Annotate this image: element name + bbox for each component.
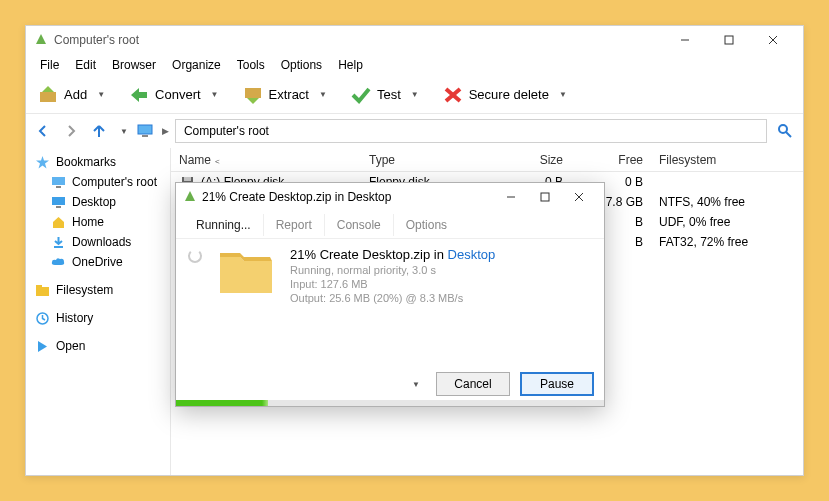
svg-rect-4 [40, 92, 56, 102]
computer-icon [134, 120, 156, 142]
menu-edit[interactable]: Edit [67, 56, 104, 74]
sidebar-desktop[interactable]: Desktop [28, 192, 168, 212]
svg-rect-8 [138, 125, 152, 134]
col-size[interactable]: Size [471, 153, 571, 167]
dialog-status: Running, normal priority, 3.0 s [290, 264, 592, 276]
cancel-button[interactable]: Cancel [436, 372, 510, 396]
dialog-input: Input: 127.6 MB [290, 278, 592, 290]
dialog-content: 21% Create Desktop.zip in Desktop Runnin… [176, 239, 604, 304]
sidebar-root[interactable]: Computer's root [28, 172, 168, 192]
sidebar-history[interactable]: History [28, 308, 168, 328]
svg-rect-15 [56, 206, 61, 208]
convert-label: Convert [155, 87, 201, 102]
close-button[interactable] [751, 26, 795, 54]
table-header: Name< Type Size Free Filesystem [171, 148, 803, 172]
clock-icon [34, 312, 50, 325]
cloud-icon [50, 257, 66, 267]
nav-forward-button[interactable] [60, 120, 82, 142]
home-icon [50, 216, 66, 229]
chevron-down-icon[interactable]: ▼ [211, 90, 219, 99]
download-icon [50, 236, 66, 249]
col-filesystem[interactable]: Filesystem [651, 153, 803, 167]
desktop-icon [50, 197, 66, 208]
svg-rect-25 [541, 193, 549, 201]
nav-back-button[interactable] [32, 120, 54, 142]
tab-running[interactable]: Running... [184, 214, 264, 236]
dialog-link[interactable]: Desktop [448, 247, 496, 262]
tab-report[interactable]: Report [264, 214, 325, 236]
svg-rect-1 [725, 36, 733, 44]
menu-help[interactable]: Help [330, 56, 371, 74]
tab-console[interactable]: Console [325, 214, 394, 236]
add-button[interactable]: Add▼ [32, 82, 111, 108]
svg-rect-21 [184, 177, 191, 181]
dialog-output: Output: 25.6 MB (20%) @ 8.3 MB/s [290, 292, 592, 304]
sidebar-open[interactable]: Open [28, 336, 168, 356]
sidebar-downloads[interactable]: Downloads [28, 232, 168, 252]
breadcrumb-text: Computer's root [184, 124, 269, 138]
pause-button[interactable]: Pause [520, 372, 594, 396]
progress-fill [176, 400, 262, 406]
dialog-minimize-button[interactable] [494, 183, 528, 211]
test-button[interactable]: Test▼ [345, 82, 425, 108]
sort-caret-icon: < [215, 157, 220, 166]
menu-file[interactable]: File [32, 56, 67, 74]
sidebar-home[interactable]: Home [28, 212, 168, 232]
breadcrumb-caret: ▶ [162, 126, 169, 136]
chevron-down-icon[interactable]: ▼ [319, 90, 327, 99]
sidebar-bookmarks[interactable]: Bookmarks [28, 152, 168, 172]
search-button[interactable] [773, 119, 797, 143]
menu-browser[interactable]: Browser [104, 56, 164, 74]
tab-options[interactable]: Options [394, 214, 459, 236]
title-bar: Computer's root [26, 26, 803, 54]
col-name[interactable]: Name< [171, 153, 361, 167]
maximize-button[interactable] [707, 26, 751, 54]
svg-rect-12 [52, 177, 65, 185]
chevron-down-icon[interactable]: ▼ [412, 380, 420, 389]
dialog-maximize-button[interactable] [528, 183, 562, 211]
play-icon [34, 341, 50, 352]
col-type[interactable]: Type [361, 153, 471, 167]
dialog-tabs: Running... Report Console Options [176, 211, 604, 239]
sidebar-filesystem[interactable]: Filesystem [28, 280, 168, 300]
menu-options[interactable]: Options [273, 56, 330, 74]
breadcrumb[interactable]: Computer's root [175, 119, 767, 143]
star-icon [34, 156, 50, 169]
dialog-title-bar: 21% Create Desktop.zip in Desktop [176, 183, 604, 211]
col-free[interactable]: Free [571, 153, 651, 167]
toolbar: Add▼ Convert▼ Extract▼ Test▼ Secure dele… [26, 76, 803, 114]
test-label: Test [377, 87, 401, 102]
secure-delete-label: Secure delete [469, 87, 549, 102]
nav-bar: ▼ ▶ Computer's root [26, 114, 803, 148]
menu-organize[interactable]: Organize [164, 56, 229, 74]
dialog-heading: 21% Create Desktop.zip in Desktop [290, 247, 592, 262]
svg-point-10 [779, 125, 787, 133]
svg-rect-17 [36, 287, 49, 296]
app-icon [184, 190, 196, 205]
extract-button[interactable]: Extract▼ [237, 82, 333, 108]
dialog-footer: ▼ Cancel Pause [412, 372, 594, 396]
minimize-button[interactable] [663, 26, 707, 54]
svg-line-11 [786, 132, 791, 137]
svg-rect-18 [36, 285, 42, 288]
svg-rect-5 [245, 88, 261, 98]
secure-delete-button[interactable]: Secure delete▼ [437, 82, 573, 108]
extract-label: Extract [269, 87, 309, 102]
spinner-icon [188, 249, 202, 263]
nav-up-button[interactable] [88, 120, 110, 142]
folder-large-icon [216, 247, 276, 297]
svg-rect-14 [52, 197, 65, 205]
dialog-close-button[interactable] [562, 183, 596, 211]
chevron-down-icon[interactable]: ▼ [120, 127, 128, 136]
menu-tools[interactable]: Tools [229, 56, 273, 74]
chevron-down-icon[interactable]: ▼ [411, 90, 419, 99]
window-title: Computer's root [54, 33, 663, 47]
menu-bar: File Edit Browser Organize Tools Options… [26, 54, 803, 76]
progress-dialog: 21% Create Desktop.zip in Desktop Runnin… [175, 182, 605, 407]
convert-button[interactable]: Convert▼ [123, 82, 224, 108]
sidebar-onedrive[interactable]: OneDrive [28, 252, 168, 272]
chevron-down-icon[interactable]: ▼ [559, 90, 567, 99]
svg-rect-13 [56, 186, 61, 188]
app-icon [34, 32, 48, 49]
chevron-down-icon[interactable]: ▼ [97, 90, 105, 99]
